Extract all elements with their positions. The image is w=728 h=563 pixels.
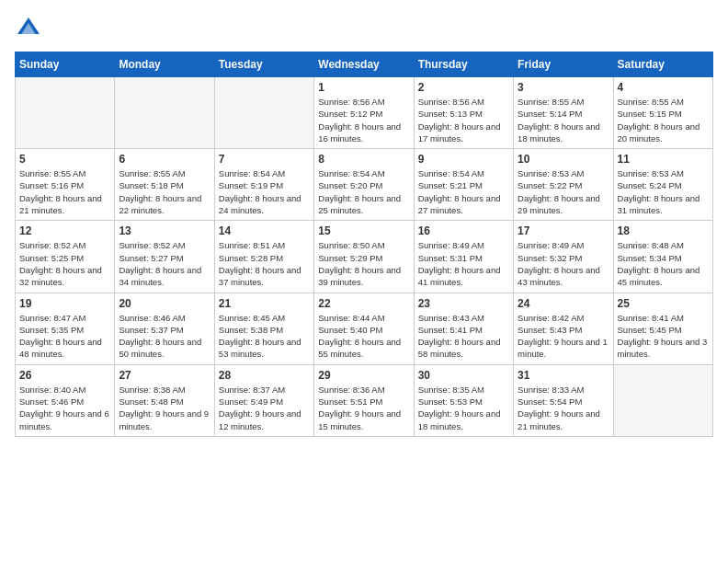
- calendar-cell: 30Sunrise: 8:35 AMSunset: 5:53 PMDayligh…: [414, 364, 513, 436]
- day-number: 22: [318, 297, 409, 310]
- day-info: Sunrise: 8:56 AMSunset: 5:13 PMDaylight:…: [418, 96, 509, 144]
- day-info: Sunrise: 8:56 AMSunset: 5:12 PMDaylight:…: [318, 96, 409, 144]
- day-info: Sunrise: 8:37 AMSunset: 5:49 PMDaylight:…: [219, 384, 310, 432]
- day-number: 11: [618, 153, 709, 166]
- calendar-cell: 25Sunrise: 8:41 AMSunset: 5:45 PMDayligh…: [613, 293, 712, 364]
- calendar-cell: 29Sunrise: 8:36 AMSunset: 5:51 PMDayligh…: [314, 364, 414, 436]
- calendar-table: SundayMondayTuesdayWednesdayThursdayFrid…: [15, 52, 713, 437]
- day-info: Sunrise: 8:53 AMSunset: 5:22 PMDaylight:…: [518, 167, 609, 216]
- day-number: 29: [318, 369, 409, 382]
- day-info: Sunrise: 8:44 AMSunset: 5:40 PMDaylight:…: [318, 312, 409, 361]
- day-number: 10: [518, 153, 609, 166]
- day-info: Sunrise: 8:55 AMSunset: 5:14 PMDaylight:…: [518, 96, 609, 144]
- day-info: Sunrise: 8:55 AMSunset: 5:16 PMDaylight:…: [19, 167, 110, 216]
- day-info: Sunrise: 8:53 AMSunset: 5:24 PMDaylight:…: [618, 167, 709, 216]
- calendar-cell: 13Sunrise: 8:52 AMSunset: 5:27 PMDayligh…: [115, 221, 214, 293]
- calendar-row-3: 12Sunrise: 8:52 AMSunset: 5:25 PMDayligh…: [16, 221, 713, 293]
- weekday-header-tuesday: Tuesday: [214, 52, 313, 77]
- day-number: 1: [318, 81, 409, 94]
- calendar-cell: 20Sunrise: 8:46 AMSunset: 5:37 PMDayligh…: [115, 293, 214, 364]
- weekday-header-friday: Friday: [514, 52, 613, 77]
- calendar-cell: 19Sunrise: 8:47 AMSunset: 5:35 PMDayligh…: [16, 293, 115, 364]
- calendar-row-5: 26Sunrise: 8:40 AMSunset: 5:46 PMDayligh…: [16, 364, 713, 436]
- day-number: 27: [119, 369, 210, 382]
- day-number: 23: [418, 297, 509, 310]
- day-number: 6: [119, 153, 210, 166]
- calendar-cell: [115, 77, 214, 149]
- day-info: Sunrise: 8:41 AMSunset: 5:45 PMDaylight:…: [618, 312, 709, 361]
- calendar-cell: 3Sunrise: 8:55 AMSunset: 5:14 PMDaylight…: [514, 77, 613, 149]
- calendar-cell: 27Sunrise: 8:38 AMSunset: 5:48 PMDayligh…: [115, 364, 214, 436]
- weekday-header-sunday: Sunday: [16, 52, 115, 77]
- calendar-row-2: 5Sunrise: 8:55 AMSunset: 5:16 PMDaylight…: [16, 149, 713, 221]
- day-info: Sunrise: 8:38 AMSunset: 5:48 PMDaylight:…: [119, 384, 210, 432]
- day-info: Sunrise: 8:49 AMSunset: 5:32 PMDaylight:…: [518, 239, 609, 288]
- logo: [15, 15, 46, 42]
- day-info: Sunrise: 8:55 AMSunset: 5:18 PMDaylight:…: [119, 167, 210, 216]
- weekday-header-row: SundayMondayTuesdayWednesdayThursdayFrid…: [16, 52, 713, 77]
- calendar-cell: 31Sunrise: 8:33 AMSunset: 5:54 PMDayligh…: [514, 364, 613, 436]
- day-number: 8: [318, 153, 409, 166]
- calendar-cell: 26Sunrise: 8:40 AMSunset: 5:46 PMDayligh…: [16, 364, 115, 436]
- calendar-cell: 18Sunrise: 8:48 AMSunset: 5:34 PMDayligh…: [613, 221, 712, 293]
- day-info: Sunrise: 8:50 AMSunset: 5:29 PMDaylight:…: [318, 239, 409, 288]
- day-info: Sunrise: 8:35 AMSunset: 5:53 PMDaylight:…: [418, 384, 509, 432]
- day-number: 3: [518, 81, 609, 94]
- calendar-cell: 24Sunrise: 8:42 AMSunset: 5:43 PMDayligh…: [514, 293, 613, 364]
- day-number: 28: [219, 369, 310, 382]
- calendar-cell: 15Sunrise: 8:50 AMSunset: 5:29 PMDayligh…: [314, 221, 414, 293]
- calendar-cell: 17Sunrise: 8:49 AMSunset: 5:32 PMDayligh…: [514, 221, 613, 293]
- weekday-header-monday: Monday: [115, 52, 214, 77]
- calendar-cell: [214, 77, 313, 149]
- day-number: 26: [19, 369, 110, 382]
- day-info: Sunrise: 8:48 AMSunset: 5:34 PMDaylight:…: [618, 239, 709, 288]
- calendar-row-1: 1Sunrise: 8:56 AMSunset: 5:12 PMDaylight…: [16, 77, 713, 149]
- calendar-cell: 22Sunrise: 8:44 AMSunset: 5:40 PMDayligh…: [314, 293, 414, 364]
- calendar-cell: 11Sunrise: 8:53 AMSunset: 5:24 PMDayligh…: [613, 149, 712, 221]
- day-info: Sunrise: 8:47 AMSunset: 5:35 PMDaylight:…: [19, 312, 110, 361]
- weekday-header-thursday: Thursday: [414, 52, 513, 77]
- day-info: Sunrise: 8:52 AMSunset: 5:25 PMDaylight:…: [19, 239, 110, 288]
- calendar-cell: 10Sunrise: 8:53 AMSunset: 5:22 PMDayligh…: [514, 149, 613, 221]
- day-number: 13: [119, 224, 210, 237]
- day-number: 4: [618, 81, 709, 94]
- day-number: 12: [19, 224, 110, 237]
- day-info: Sunrise: 8:54 AMSunset: 5:19 PMDaylight:…: [219, 167, 310, 216]
- calendar-cell: 23Sunrise: 8:43 AMSunset: 5:41 PMDayligh…: [414, 293, 513, 364]
- calendar-cell: 7Sunrise: 8:54 AMSunset: 5:19 PMDaylight…: [214, 149, 313, 221]
- day-number: 30: [418, 369, 509, 382]
- calendar-cell: [613, 364, 712, 436]
- day-number: 21: [219, 297, 310, 310]
- day-number: 16: [418, 224, 509, 237]
- day-info: Sunrise: 8:40 AMSunset: 5:46 PMDaylight:…: [19, 384, 110, 432]
- calendar-cell: 14Sunrise: 8:51 AMSunset: 5:28 PMDayligh…: [214, 221, 313, 293]
- day-info: Sunrise: 8:36 AMSunset: 5:51 PMDaylight:…: [318, 384, 409, 432]
- day-number: 31: [518, 369, 609, 382]
- calendar-cell: 2Sunrise: 8:56 AMSunset: 5:13 PMDaylight…: [414, 77, 513, 149]
- day-info: Sunrise: 8:42 AMSunset: 5:43 PMDaylight:…: [518, 312, 609, 361]
- day-info: Sunrise: 8:55 AMSunset: 5:15 PMDaylight:…: [618, 96, 709, 144]
- day-info: Sunrise: 8:43 AMSunset: 5:41 PMDaylight:…: [418, 312, 509, 361]
- day-number: 9: [418, 153, 509, 166]
- page-header: [15, 15, 713, 42]
- weekday-header-wednesday: Wednesday: [314, 52, 414, 77]
- calendar-cell: 21Sunrise: 8:45 AMSunset: 5:38 PMDayligh…: [214, 293, 313, 364]
- calendar-cell: [16, 77, 115, 149]
- logo-icon: [15, 15, 42, 42]
- day-number: 19: [19, 297, 110, 310]
- calendar-cell: 1Sunrise: 8:56 AMSunset: 5:12 PMDaylight…: [314, 77, 414, 149]
- day-number: 5: [19, 153, 110, 166]
- calendar-row-4: 19Sunrise: 8:47 AMSunset: 5:35 PMDayligh…: [16, 293, 713, 364]
- day-info: Sunrise: 8:52 AMSunset: 5:27 PMDaylight:…: [119, 239, 210, 288]
- day-info: Sunrise: 8:46 AMSunset: 5:37 PMDaylight:…: [119, 312, 210, 361]
- day-number: 17: [518, 224, 609, 237]
- calendar-cell: 12Sunrise: 8:52 AMSunset: 5:25 PMDayligh…: [16, 221, 115, 293]
- day-info: Sunrise: 8:45 AMSunset: 5:38 PMDaylight:…: [219, 312, 310, 361]
- day-info: Sunrise: 8:54 AMSunset: 5:20 PMDaylight:…: [318, 167, 409, 216]
- day-info: Sunrise: 8:33 AMSunset: 5:54 PMDaylight:…: [518, 384, 609, 432]
- day-number: 15: [318, 224, 409, 237]
- calendar-cell: 16Sunrise: 8:49 AMSunset: 5:31 PMDayligh…: [414, 221, 513, 293]
- day-number: 18: [618, 224, 709, 237]
- day-number: 14: [219, 224, 310, 237]
- calendar-cell: 5Sunrise: 8:55 AMSunset: 5:16 PMDaylight…: [16, 149, 115, 221]
